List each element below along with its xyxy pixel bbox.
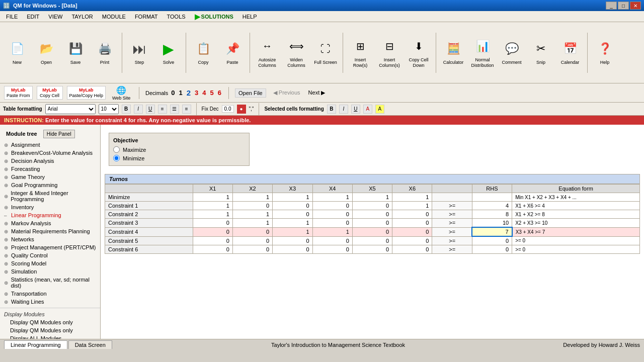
sidebar-item-quality-ctrl[interactable]: ⊕ Quality Control: [0, 251, 100, 259]
cell-c5-x5[interactable]: 0: [352, 236, 392, 245]
cell-c1-x4[interactable]: 0: [312, 202, 352, 210]
calculator-button[interactable]: 🧮 Calculator: [439, 35, 467, 71]
sidebar-item-breakeven[interactable]: ⊕ Breakeven/Cost-Volume Analysis: [0, 149, 100, 157]
row-label-minimize[interactable]: Minimize: [105, 193, 193, 202]
hide-panel-button[interactable]: Hide Panel: [43, 130, 75, 138]
tab-data-screen[interactable]: Data Screen: [68, 340, 112, 349]
new-button[interactable]: 📄 New: [3, 35, 31, 71]
web-site-button[interactable]: 🌐 Web Site: [110, 84, 133, 102]
maximize-input[interactable]: [113, 146, 120, 153]
menu-format[interactable]: FORMAT: [131, 11, 162, 22]
menu-taylor[interactable]: TAYLOR: [67, 11, 97, 22]
menu-tools[interactable]: TOOLS: [163, 11, 190, 22]
decimal-1[interactable]: 1: [178, 89, 184, 97]
close-button[interactable]: ✕: [630, 2, 641, 10]
sidebar-item-statistics[interactable]: ⊕ Statistics (mean, var, sd; normal dist…: [0, 276, 100, 290]
row-label-c5[interactable]: Constraint 5: [105, 236, 193, 245]
autosize-columns-button[interactable]: ↔ Autosize Columns: [253, 35, 281, 71]
cell-bold-button[interactable]: B: [327, 105, 336, 114]
sidebar-item-project-mgmt[interactable]: ⊕ Project Management (PERT/CPM): [0, 243, 100, 251]
cell-c6-rhs[interactable]: 0: [472, 245, 512, 254]
minimize-radio[interactable]: Minimize: [113, 155, 245, 161]
cell-c1-x2[interactable]: 0: [232, 202, 272, 210]
decimal-6[interactable]: 6: [217, 89, 222, 97]
copy-cell-down-button[interactable]: ⬇ Copy Cell Down: [405, 35, 433, 71]
cell-c4-rhs[interactable]: 7: [472, 227, 512, 236]
cell-min-x1[interactable]: 1: [193, 193, 232, 202]
cell-c1-x3[interactable]: 0: [273, 202, 312, 210]
cell-c6-x1[interactable]: 0: [193, 245, 232, 254]
sidebar-item-integer[interactable]: ⊕ Integer & Mixed Integer Programming: [0, 189, 100, 203]
cell-c4-x2[interactable]: 0: [232, 227, 272, 236]
menu-module[interactable]: MODULE: [98, 11, 130, 22]
sidebar-item-waiting-lines[interactable]: ⊕ Waiting Lines: [0, 298, 100, 306]
cell-min-x5[interactable]: 1: [352, 193, 392, 202]
cell-c6-x6[interactable]: 0: [392, 245, 432, 254]
menu-view[interactable]: VIEW: [44, 11, 66, 22]
widen-columns-button[interactable]: ⟺ Widen Columns: [282, 35, 310, 71]
font-select[interactable]: Arial: [45, 104, 96, 114]
mylab-button[interactable]: MyLab Paste From: [4, 86, 33, 100]
cell-min-x2[interactable]: 1: [232, 193, 272, 202]
row-label-c1[interactable]: Constraint 1: [105, 202, 193, 210]
cell-min-x3[interactable]: 1: [273, 193, 312, 202]
display-qm-only-button[interactable]: Display QM Modules only: [0, 318, 100, 326]
cell-min-rhs[interactable]: [472, 193, 512, 202]
cell-c1-rhs[interactable]: 4: [472, 202, 512, 210]
sidebar-item-simulation[interactable]: ⊕ Simulation: [0, 267, 100, 276]
sidebar-item-decision[interactable]: ⊕ Decision Analysis: [0, 157, 100, 165]
paste-button[interactable]: 📌 Paste: [218, 35, 247, 71]
help-button[interactable]: ❓ Help: [591, 35, 619, 71]
display-qm-only2-button[interactable]: Display QM Modules only: [0, 326, 100, 334]
cell-c4-x4[interactable]: 1: [312, 227, 352, 236]
row-label-c4[interactable]: Constraint 4: [105, 227, 193, 236]
cell-c3-x1[interactable]: 0: [193, 219, 232, 228]
decimal-2[interactable]: 2: [186, 88, 192, 97]
bold-button[interactable]: B: [122, 105, 131, 114]
decimal-4[interactable]: 4: [201, 89, 207, 97]
sidebar-item-assignment[interactable]: ⊕ Assignment: [0, 141, 100, 149]
normal-dist-button[interactable]: 📊 Normal Distribution: [468, 35, 497, 71]
maximize-button[interactable]: □: [618, 2, 629, 10]
cell-c2-x6[interactable]: 0: [392, 210, 432, 219]
step-button[interactable]: ⏭ Step: [125, 35, 153, 71]
align-center-button[interactable]: ☰: [170, 105, 179, 114]
cell-min-x6[interactable]: 1: [392, 193, 432, 202]
maximize-radio[interactable]: Maximize: [113, 146, 245, 153]
copy-cell-button[interactable]: MyLab Copy Cell: [37, 86, 63, 100]
cell-min-x4[interactable]: 1: [312, 193, 352, 202]
solve-button[interactable]: ▶ Solve: [154, 35, 183, 71]
cell-underline-button[interactable]: U: [351, 105, 360, 114]
cell-c6-x3[interactable]: 0: [273, 245, 312, 254]
cell-c6-x2[interactable]: 0: [232, 245, 272, 254]
cell-c2-x1[interactable]: 1: [193, 210, 232, 219]
minimize-input[interactable]: [113, 155, 120, 161]
underline-button[interactable]: U: [146, 105, 155, 114]
minimize-button[interactable]: _: [606, 2, 617, 10]
cell-c4-x5[interactable]: 0: [352, 227, 392, 236]
cell-c5-x6[interactable]: 0: [392, 236, 432, 245]
insert-cols-button[interactable]: ⊟ Insert Column(s): [375, 35, 404, 71]
cell-c1-x1[interactable]: 1: [193, 202, 232, 210]
comment-button[interactable]: 💬 Comment: [498, 35, 526, 71]
snip-button[interactable]: ✂ Snip: [527, 35, 555, 71]
row-label-c3[interactable]: Constraint 3: [105, 219, 193, 228]
cell-c2-x4[interactable]: 0: [312, 210, 352, 219]
paste-copy-help-button[interactable]: MyLab Paste/Copy Help: [67, 86, 106, 100]
cell-c2-rhs[interactable]: 8: [472, 210, 512, 219]
row-label-c2[interactable]: Constraint 2: [105, 210, 193, 219]
cell-c5-rhs[interactable]: 0: [472, 236, 512, 245]
next-button[interactable]: Next ▶: [305, 88, 329, 97]
cell-c4-x3[interactable]: 1: [273, 227, 312, 236]
sidebar-item-linear-prog[interactable]: – Linear Programming: [0, 211, 100, 219]
calendar-button[interactable]: 📅 Calendar: [556, 35, 584, 71]
cell-c1-x6[interactable]: 1: [392, 202, 432, 210]
sidebar-item-material-req[interactable]: ⊕ Material Requirements Planning: [0, 227, 100, 235]
full-screen-button[interactable]: ⛶ Full Screen: [311, 35, 340, 71]
window-controls[interactable]: _ □ ✕: [606, 2, 641, 10]
italic-button[interactable]: I: [134, 105, 143, 114]
cell-c5-x1[interactable]: 0: [193, 236, 232, 245]
copy-button[interactable]: 📋 Copy: [189, 35, 217, 71]
sidebar-item-transportation[interactable]: ⊕ Transportation: [0, 290, 100, 298]
fix-dec-value[interactable]: [222, 105, 234, 113]
